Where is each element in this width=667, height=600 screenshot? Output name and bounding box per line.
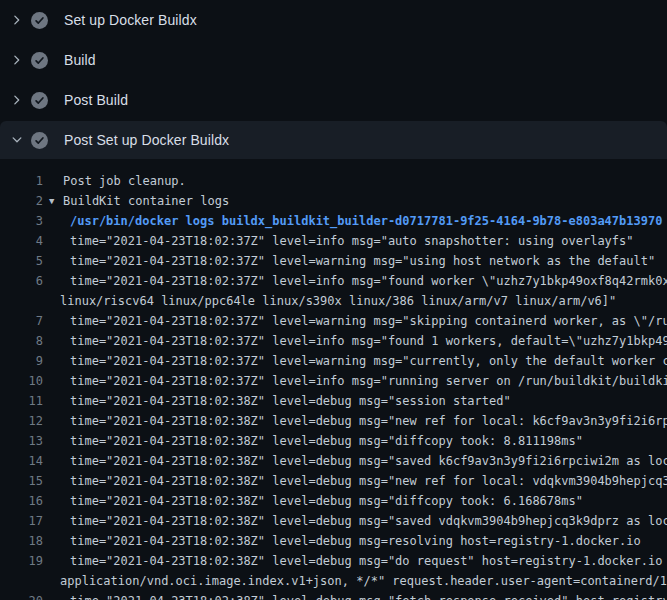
log-line-text: time="2021-04-23T18:02:37Z" level=warnin… [70,351,667,371]
log-line: 15 time="2021-04-23T18:02:38Z" level=deb… [0,471,667,491]
log-line: 20 time="2021-04-23T18:02:38Z" level=deb… [0,591,667,600]
step-header[interactable]: Post Build [0,80,667,120]
chevron-down-icon [10,133,24,147]
log-line-number[interactable]: 20 [0,591,43,600]
step-header[interactable]: Post Set up Docker Buildx [0,121,667,159]
log-line: 4 time="2021-04-23T18:02:37Z" level=info… [0,231,667,251]
log-line-number[interactable]: 8 [0,331,43,351]
log-line-text: time="2021-04-23T18:02:38Z" level=debug … [70,451,667,471]
log-line-number[interactable]: 6 [0,271,43,291]
log-line-number[interactable]: 14 [0,451,43,471]
log-line-text: time="2021-04-23T18:02:38Z" level=debug … [70,551,667,571]
log-line-text: time="2021-04-23T18:02:37Z" level=info m… [70,231,634,251]
log-line: 9 time="2021-04-23T18:02:37Z" level=warn… [0,351,667,371]
log-line-text: time="2021-04-23T18:02:38Z" level=debug … [70,511,667,531]
log-line-number[interactable]: 1 [0,171,43,191]
log-line-text: time="2021-04-23T18:02:37Z" level=warnin… [70,311,667,331]
log-area: 1 Post job cleanup. 2 ▼BuildKit containe… [0,159,667,600]
steps-list: Set up Docker Buildx Build [0,0,667,159]
log-line: 7 time="2021-04-23T18:02:37Z" level=warn… [0,311,667,331]
log-line-number[interactable]: 7 [0,311,43,331]
log-line: 10 time="2021-04-23T18:02:37Z" level=inf… [0,371,667,391]
log-line-number[interactable] [0,291,43,311]
log-line-text: time="2021-04-23T18:02:37Z" level=info m… [70,331,667,351]
step-title: Set up Docker Buildx [64,12,197,28]
log-line-text: time="2021-04-23T18:02:37Z" level=info m… [70,371,667,391]
log-line: 13 time="2021-04-23T18:02:38Z" level=deb… [0,431,667,451]
log-line-number[interactable]: 19 [0,551,43,571]
log-line: 14 time="2021-04-23T18:02:38Z" level=deb… [0,451,667,471]
log-line-text: linux/riscv64 linux/ppc64le linux/s390x … [60,291,616,311]
check-circle-icon [31,12,48,29]
log-line-number[interactable]: 2 [0,191,43,211]
log-line-number[interactable]: 4 [0,231,43,251]
log-line-number[interactable]: 17 [0,511,43,531]
log-line: 5 time="2021-04-23T18:02:37Z" level=warn… [0,251,667,271]
log-line-number[interactable]: 3 [0,211,43,231]
log-line-text: time="2021-04-23T18:02:38Z" level=debug … [70,591,667,600]
log-line-text: Post job cleanup. [63,171,186,191]
log-line-text: application/vnd.oci.image.index.v1+json,… [60,571,667,591]
log-line: 16 time="2021-04-23T18:02:38Z" level=deb… [0,491,667,511]
step-header[interactable]: Set up Docker Buildx [0,0,667,40]
log-line: 1 Post job cleanup. [0,171,667,191]
actions-log-viewer: Set up Docker Buildx Build [0,0,667,600]
group-label[interactable]: BuildKit container logs [63,194,229,208]
log-line-number[interactable]: 12 [0,411,43,431]
log-line: 11 time="2021-04-23T18:02:38Z" level=deb… [0,391,667,411]
chevron-right-icon [10,13,24,27]
log-line-text: time="2021-04-23T18:02:38Z" level=debug … [70,471,667,491]
log-line-text: time="2021-04-23T18:02:38Z" level=debug … [70,531,641,551]
log-line-text: ▼BuildKit container logs [49,191,229,211]
log-line: 17 time="2021-04-23T18:02:38Z" level=deb… [0,511,667,531]
log-line: 3 /usr/bin/docker logs buildx_buildkit_b… [0,211,667,231]
log-line-text: /usr/bin/docker logs buildx_buildkit_bui… [70,211,662,231]
log-line-number[interactable]: 11 [0,391,43,411]
step-title: Post Set up Docker Buildx [64,132,229,148]
log-line: 6 time="2021-04-23T18:02:37Z" level=info… [0,271,667,291]
log-line: 18 time="2021-04-23T18:02:38Z" level=deb… [0,531,667,551]
check-circle-icon [31,52,48,69]
log-line-number[interactable]: 13 [0,431,43,451]
log-line-number[interactable]: 15 [0,471,43,491]
step-header[interactable]: Build [0,40,667,80]
log-line-number[interactable]: 10 [0,371,43,391]
log-line: 12 time="2021-04-23T18:02:38Z" level=deb… [0,411,667,431]
log-line-text: time="2021-04-23T18:02:37Z" level=warnin… [70,251,655,271]
check-circle-icon [31,132,48,149]
log-line-number[interactable] [0,571,43,591]
group-toggle-icon[interactable]: ▼ [49,191,63,211]
log-line-text: time="2021-04-23T18:02:38Z" level=debug … [70,491,583,511]
log-line-text: time="2021-04-23T18:02:38Z" level=debug … [70,431,583,451]
log-line: 2 ▼BuildKit container logs [0,191,667,211]
log-line-text: time="2021-04-23T18:02:38Z" level=debug … [70,391,511,411]
log-line-text: time="2021-04-23T18:02:38Z" level=debug … [70,411,667,431]
log-line-number[interactable]: 18 [0,531,43,551]
step-title: Post Build [64,92,128,108]
log-line-number[interactable]: 9 [0,351,43,371]
log-line: linux/riscv64 linux/ppc64le linux/s390x … [0,291,667,311]
log-line: 8 time="2021-04-23T18:02:37Z" level=info… [0,331,667,351]
chevron-right-icon [10,93,24,107]
step-title: Build [64,52,96,68]
log-line-number[interactable]: 16 [0,491,43,511]
log-line: 19 time="2021-04-23T18:02:38Z" level=deb… [0,551,667,571]
chevron-right-icon [10,53,24,67]
log-line-number[interactable]: 5 [0,251,43,271]
check-circle-icon [31,92,48,109]
log-line: application/vnd.oci.image.index.v1+json,… [0,571,667,591]
log-line-text: time="2021-04-23T18:02:37Z" level=info m… [70,271,667,291]
